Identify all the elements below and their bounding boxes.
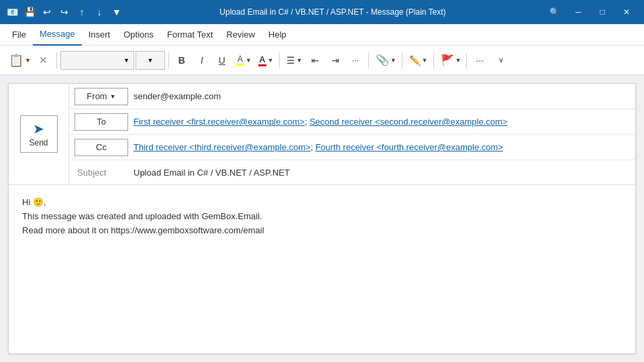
email-header-section: ➤ Send From ▼ sender@example.com <box>9 84 635 185</box>
eraser-icon: ✕ <box>39 54 48 66</box>
from-value[interactable]: sender@example.com <box>128 91 627 101</box>
divider-6 <box>433 52 434 68</box>
bold-button[interactable]: B <box>172 50 191 71</box>
menu-format-text[interactable]: Format Text <box>160 24 219 46</box>
paste-button[interactable]: 📋 ▼ <box>5 50 33 71</box>
ellipsis-icon: ··· <box>352 55 359 65</box>
menu-file[interactable]: File <box>5 24 33 46</box>
font-size-dropdown[interactable]: ▼ <box>136 51 165 70</box>
down-icon[interactable]: ↓ <box>93 5 106 19</box>
to-second-receiver[interactable]: Second receiver <second.receiver@example… <box>309 117 507 127</box>
app-icon: 📧 <box>5 5 19 19</box>
menu-message[interactable]: Message <box>33 24 82 46</box>
body-line-2: This message was created and uploaded wi… <box>22 210 622 224</box>
up-icon[interactable]: ↑ <box>75 5 89 19</box>
from-arrow: ▼ <box>110 93 116 100</box>
list-icon: ☰ <box>286 55 295 66</box>
window-controls: 🔍 ─ □ ✕ <box>542 0 639 24</box>
title-bar-app-icons: 📧 💾 ↩ ↪ ↑ ↓ ▼ <box>5 5 123 19</box>
toolbar: 📋 ▼ ✕ ▼ ▼ B I U A ▼ A ▼ <box>0 46 644 75</box>
from-button[interactable]: From ▼ <box>74 88 128 105</box>
window-title: Upload Email in C# / VB.NET / ASP.NET - … <box>123 7 542 17</box>
subject-value[interactable]: Upload Email in C# / VB.NET / ASP.NET <box>128 168 627 178</box>
divider-7 <box>466 52 467 68</box>
email-body[interactable]: Hi 🙂, This message was created and uploa… <box>9 185 635 353</box>
bold-label: B <box>178 55 185 66</box>
body-hi: Hi <box>22 197 33 207</box>
font-color-icon: A <box>258 54 266 66</box>
attach-button[interactable]: 📎 ▼ <box>372 50 398 71</box>
paste-arrow: ▼ <box>25 57 31 64</box>
list-button[interactable]: ☰ ▼ <box>283 50 305 71</box>
list-arrow: ▼ <box>297 57 303 64</box>
toolbar-overflow-button[interactable]: ··· <box>470 50 489 71</box>
format-clear-button[interactable]: ✕ <box>34 50 53 71</box>
to-label: To <box>97 117 106 127</box>
highlight-arrow: ▼ <box>246 57 252 64</box>
title-bar: 📧 💾 ↩ ↪ ↑ ↓ ▼ Upload Email in C# / VB.NE… <box>0 0 644 24</box>
to-value[interactable]: First receiver <first.receiver@example.c… <box>128 117 627 127</box>
font-color-button[interactable]: A ▼ <box>255 50 276 71</box>
cc-third-receiver[interactable]: Third receiver <third.receiver@example.c… <box>133 142 311 152</box>
menu-help[interactable]: Help <box>262 24 293 46</box>
main-content: ➤ Send From ▼ sender@example.com <box>0 75 644 362</box>
font-dropdown-arrow: ▼ <box>123 57 129 64</box>
underline-button[interactable]: U <box>213 50 231 71</box>
italic-button[interactable]: I <box>193 50 211 71</box>
signature-button[interactable]: ✏️ ▼ <box>406 50 430 71</box>
decrease-indent-icon: ⇤ <box>311 55 319 66</box>
search-button[interactable]: 🔍 <box>542 0 566 24</box>
flag-button[interactable]: 🚩 ▼ <box>437 50 464 71</box>
close-button[interactable]: ✕ <box>614 0 639 24</box>
to-first-receiver[interactable]: First receiver <first.receiver@example.c… <box>133 117 305 127</box>
from-row: From ▼ sender@example.com <box>69 84 635 109</box>
menu-options[interactable]: Options <box>117 24 160 46</box>
signature-icon: ✏️ <box>409 55 421 66</box>
redo-icon[interactable]: ↪ <box>58 5 71 19</box>
cc-label: Cc <box>96 142 107 152</box>
to-button[interactable]: To <box>74 113 128 131</box>
toolbar-more-icon: ··· <box>476 54 484 66</box>
expand-icon: ∨ <box>498 56 504 64</box>
divider-5 <box>402 52 402 68</box>
expand-ribbon-button[interactable]: ∨ <box>492 50 511 71</box>
save-icon[interactable]: 💾 <box>23 5 36 19</box>
send-label: Send <box>29 138 48 147</box>
email-compose-window: ➤ Send From ▼ sender@example.com <box>8 83 636 354</box>
send-button[interactable]: ➤ Send <box>20 115 58 153</box>
decrease-indent-button[interactable]: ⇤ <box>306 50 325 71</box>
menu-review[interactable]: Review <box>219 24 262 46</box>
cc-value[interactable]: Third receiver <third.receiver@example.c… <box>128 142 627 152</box>
body-line-3: Read more about it on https://www.gembox… <box>22 224 622 238</box>
from-label: From <box>87 91 107 101</box>
cc-button[interactable]: Cc <box>74 139 128 156</box>
body-line-1: Hi 🙂, <box>22 196 622 210</box>
attach-icon: 📎 <box>376 54 389 66</box>
menu-bar: File Message Insert Options Format Text … <box>0 24 644 46</box>
maximize-button[interactable]: □ <box>590 0 614 24</box>
dropdown-icon[interactable]: ▼ <box>110 5 123 19</box>
content-area: ➤ Send From ▼ sender@example.com <box>0 75 644 362</box>
divider-4 <box>368 52 369 68</box>
divider-3 <box>279 52 280 68</box>
divider-1 <box>56 52 57 68</box>
highlight-icon: A <box>236 54 244 66</box>
undo-icon[interactable]: ↩ <box>40 5 54 19</box>
flag-arrow: ▼ <box>455 57 462 64</box>
more-options-button[interactable]: ··· <box>346 50 365 71</box>
cc-row: Cc Third receiver <third.receiver@exampl… <box>69 135 635 160</box>
increase-indent-button[interactable]: ⇥ <box>326 50 345 71</box>
attach-arrow: ▼ <box>390 57 396 64</box>
signature-arrow: ▼ <box>422 57 428 64</box>
subject-row: Subject Upload Email in C# / VB.NET / AS… <box>69 160 635 184</box>
subject-label: Subject <box>74 168 128 178</box>
font-name-dropdown[interactable]: ▼ <box>60 51 134 70</box>
emoji-icon: 🙂 <box>33 197 44 207</box>
highlight-button[interactable]: A ▼ <box>233 50 254 71</box>
cc-fourth-receiver[interactable]: Fourth receiver <fourth.receiver@example… <box>315 142 503 152</box>
divider-2 <box>168 52 169 68</box>
menu-insert[interactable]: Insert <box>82 24 117 46</box>
email-fields: From ▼ sender@example.com To First recei… <box>69 84 635 184</box>
to-row: To First receiver <first.receiver@exampl… <box>69 109 635 135</box>
minimize-button[interactable]: ─ <box>566 0 590 24</box>
